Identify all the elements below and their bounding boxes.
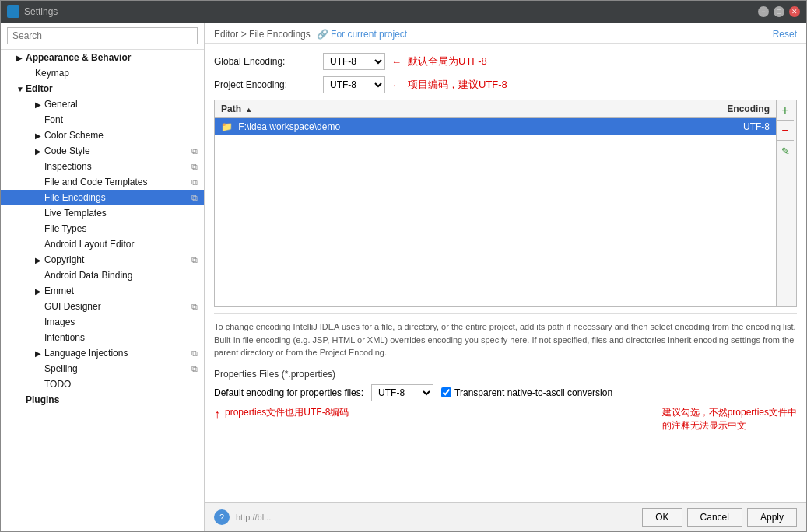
sidebar-item-copyright[interactable]: ▶ Copyright ⧉ bbox=[1, 252, 204, 268]
copy-icon: ⧉ bbox=[191, 302, 198, 312]
sidebar: ▶ Appearance & Behavior Keymap ▼ Editor … bbox=[1, 23, 205, 531]
sidebar-item-filecodetemplates[interactable]: File and Code Templates ⧉ bbox=[1, 174, 204, 190]
properties-annotation: 建议勾选，不然properties文件中 的注释无法显示中文 bbox=[662, 406, 797, 432]
sidebar-item-label: General bbox=[44, 99, 78, 110]
sidebar-item-languageinjections[interactable]: ▶ Language Injections ⧉ bbox=[1, 345, 204, 361]
default-encoding-select[interactable]: UTF-8 bbox=[371, 384, 433, 401]
expand-icon: ▶ bbox=[35, 147, 44, 156]
add-path-button[interactable]: + bbox=[777, 100, 794, 121]
transparent-checkbox[interactable] bbox=[441, 387, 451, 397]
sidebar-item-label: File Types bbox=[44, 223, 86, 234]
search-input[interactable] bbox=[7, 27, 198, 44]
sidebar-item-emmet[interactable]: ▶ Emmet bbox=[1, 283, 204, 299]
sidebar-item-label: File and Code Templates bbox=[44, 177, 148, 187]
expand-icon: ▶ bbox=[35, 100, 44, 109]
path-cell: 📁 F:\idea workspace\demo bbox=[215, 118, 682, 136]
settings-window: Settings − □ ✕ ▶ Appearance & Behavior K… bbox=[0, 0, 807, 532]
apply-button[interactable]: Apply bbox=[747, 508, 797, 527]
project-encoding-select[interactable]: UTF-8 bbox=[323, 76, 385, 93]
watermark-text: http://bl... bbox=[236, 513, 271, 522]
expand-icon: ▶ bbox=[35, 349, 44, 358]
sidebar-item-label: Copyright bbox=[44, 254, 84, 265]
expand-icon: ▶ bbox=[35, 131, 44, 140]
path-table-container: Path ▲ Encoding bbox=[214, 100, 777, 307]
col-encoding-header: Encoding bbox=[682, 100, 776, 118]
project-link[interactable]: 🔗 For current project bbox=[317, 29, 407, 40]
path-encoding-section: Path ▲ Encoding bbox=[214, 100, 797, 307]
project-encoding-row: Project Encoding: UTF-8 ← 项目编码，建议UTF-8 bbox=[214, 76, 797, 93]
sidebar-item-intentions[interactable]: Intentions bbox=[1, 330, 204, 345]
sidebar-item-label: Emmet bbox=[44, 285, 74, 296]
sidebar-item-editor[interactable]: ▼ Editor bbox=[1, 81, 204, 96]
sidebar-item-label: File Encodings bbox=[44, 192, 106, 203]
reset-button[interactable]: Reset bbox=[773, 29, 797, 40]
sidebar-item-spelling[interactable]: Spelling ⧉ bbox=[1, 361, 204, 376]
sidebar-item-label: Language Injections bbox=[44, 348, 128, 359]
global-encoding-select[interactable]: UTF-8 bbox=[323, 53, 385, 70]
sidebar-item-label: TODO bbox=[44, 379, 71, 390]
col-path-header: Path ▲ bbox=[215, 100, 682, 118]
sidebar-item-inspections[interactable]: Inspections ⧉ bbox=[1, 159, 204, 174]
window-controls: − □ ✕ bbox=[758, 6, 800, 17]
sidebar-item-label: Plugins bbox=[26, 394, 59, 405]
copy-icon: ⧉ bbox=[191, 348, 198, 359]
copy-icon: ⧉ bbox=[191, 364, 198, 374]
transparent-checkbox-row: Transparent native-to-ascii conversion bbox=[441, 387, 612, 398]
bottom-bar: ? http://bl... OK Cancel Apply bbox=[205, 502, 806, 531]
sidebar-item-colorscheme[interactable]: ▶ Color Scheme bbox=[1, 128, 204, 143]
expand-icon: ▶ bbox=[35, 256, 44, 264]
sidebar-item-fileencodings[interactable]: File Encodings ⧉ bbox=[1, 190, 204, 205]
encoding-cell: UTF-8 bbox=[682, 118, 776, 136]
sidebar-item-guidesigner[interactable]: GUI Designer ⧉ bbox=[1, 299, 204, 314]
sidebar-item-general[interactable]: ▶ General bbox=[1, 96, 204, 112]
sidebar-item-label: Android Layout Editor bbox=[44, 239, 134, 250]
breadcrumb-separator: > bbox=[241, 29, 249, 40]
help-button[interactable]: ? bbox=[214, 509, 230, 525]
edit-path-button[interactable]: ✎ bbox=[777, 141, 794, 161]
sidebar-item-label: Live Templates bbox=[44, 208, 107, 219]
sidebar-item-label: Android Data Binding bbox=[44, 270, 132, 281]
sort-icon: ▲ bbox=[245, 106, 252, 114]
global-encoding-label: Global Encoding: bbox=[214, 56, 323, 67]
nav-tree: ▶ Appearance & Behavior Keymap ▼ Editor … bbox=[1, 50, 204, 531]
sidebar-item-label: Color Scheme bbox=[44, 130, 104, 141]
sidebar-item-plugins[interactable]: Plugins bbox=[1, 392, 204, 408]
sidebar-item-images[interactable]: Images bbox=[1, 314, 204, 330]
main-content: Global Encoding: UTF-8 ← 默认全局为UTF-8 Proj… bbox=[205, 44, 806, 502]
expand-icon: ▶ bbox=[35, 287, 44, 296]
arrow-annotation-project: ← bbox=[391, 79, 402, 91]
breadcrumb-editor: Editor bbox=[214, 29, 238, 40]
bottom-left: ? http://bl... bbox=[214, 509, 271, 525]
remove-path-button[interactable]: − bbox=[777, 121, 794, 141]
maximize-button[interactable]: □ bbox=[774, 6, 784, 17]
sidebar-item-androidlayouteditor[interactable]: Android Layout Editor bbox=[1, 236, 204, 252]
sidebar-item-todo[interactable]: TODO bbox=[1, 376, 204, 392]
sidebar-item-keymap[interactable]: Keymap bbox=[1, 65, 204, 81]
copy-icon: ⧉ bbox=[191, 193, 198, 203]
close-button[interactable]: ✕ bbox=[789, 6, 800, 17]
content-area: ▶ Appearance & Behavior Keymap ▼ Editor … bbox=[1, 23, 806, 531]
copy-icon: ⧉ bbox=[191, 177, 198, 187]
table-row[interactable]: 📁 F:\idea workspace\demo UTF-8 bbox=[215, 118, 776, 136]
sidebar-item-label: Spelling bbox=[44, 363, 78, 374]
cancel-button[interactable]: Cancel bbox=[687, 508, 742, 527]
sidebar-item-font[interactable]: Font bbox=[1, 112, 204, 128]
path-value: F:\idea workspace\demo bbox=[238, 121, 340, 132]
properties-annotation-text: 建议勾选，不然properties文件中 的注释无法显示中文 bbox=[662, 406, 797, 432]
global-encoding-row: Global Encoding: UTF-8 ← 默认全局为UTF-8 bbox=[214, 53, 797, 70]
path-table: Path ▲ Encoding bbox=[215, 100, 776, 135]
properties-row: Default encoding for properties files: U… bbox=[214, 384, 797, 401]
sidebar-item-livetemplates[interactable]: Live Templates bbox=[1, 205, 204, 221]
sidebar-item-filetypes[interactable]: File Types bbox=[1, 221, 204, 236]
bottom-annotations: ↑ properties文件也用UTF-8编码 建议勾选，不然propertie… bbox=[214, 406, 797, 432]
ok-button[interactable]: OK bbox=[642, 508, 682, 527]
minimize-button[interactable]: − bbox=[758, 6, 769, 17]
sidebar-item-label: Code Style bbox=[44, 145, 90, 156]
sidebar-item-codestyle[interactable]: ▶ Code Style ⧉ bbox=[1, 143, 204, 159]
sidebar-item-label: Inspections bbox=[44, 161, 92, 172]
app-icon bbox=[7, 5, 19, 18]
sidebar-item-label: GUI Designer bbox=[44, 301, 101, 312]
sidebar-item-appearance[interactable]: ▶ Appearance & Behavior bbox=[1, 50, 204, 65]
sidebar-item-androiddatabinding[interactable]: Android Data Binding bbox=[1, 268, 204, 283]
annotation-global-text: 默认全局为UTF-8 bbox=[408, 54, 487, 68]
